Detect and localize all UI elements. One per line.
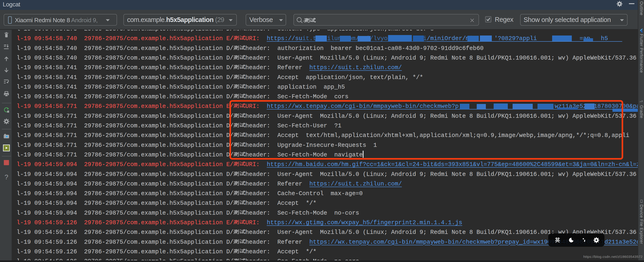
svg-text:?: ? [4,174,8,180]
